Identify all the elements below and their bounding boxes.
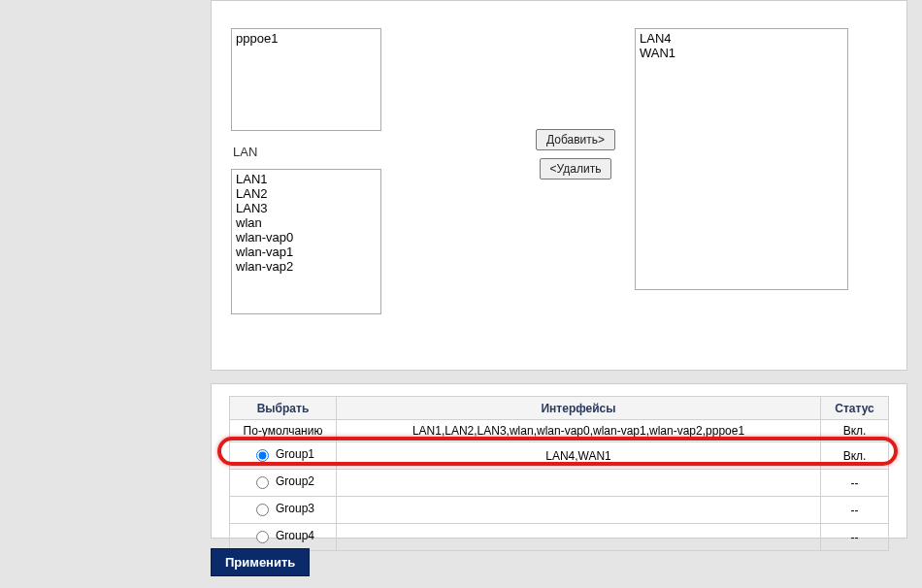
- group-name: Group2: [276, 474, 314, 488]
- group-radio[interactable]: [256, 504, 269, 516]
- list-item[interactable]: LAN3: [234, 201, 379, 215]
- list-item[interactable]: wlan-vap0: [234, 230, 379, 245]
- table-row: Group1LAN4,WAN1Вкл.: [230, 442, 889, 470]
- group-radio[interactable]: [256, 449, 269, 462]
- group-status: Вкл.: [821, 420, 889, 442]
- group-name: Group4: [276, 529, 314, 542]
- interface-grouping-panel: pppoe1 LAN LAN1LAN2LAN3wlanwlan-vap0wlan…: [211, 0, 907, 371]
- middle-column: Добавить> <Удалить: [503, 1, 648, 187]
- list-item[interactable]: WAN1: [638, 46, 845, 60]
- group-radio-label[interactable]: Group3: [251, 501, 314, 516]
- group-name: Group3: [276, 502, 314, 515]
- add-button[interactable]: Добавить>: [536, 129, 615, 150]
- col-select: Выбрать: [230, 397, 337, 420]
- group-radio-label[interactable]: Group1: [251, 446, 314, 462]
- lan-listbox[interactable]: LAN1LAN2LAN3wlanwlan-vap0wlan-vap1wlan-v…: [231, 169, 381, 314]
- col-status: Статус: [821, 397, 889, 420]
- left-column: pppoe1 LAN LAN1LAN2LAN3wlanwlan-vap0wlan…: [231, 28, 386, 314]
- list-item[interactable]: pppoe1: [234, 31, 379, 46]
- group-radio-label[interactable]: Group2: [251, 474, 314, 489]
- list-item[interactable]: wlan-vap1: [234, 245, 379, 259]
- group-status: Вкл.: [821, 442, 889, 470]
- list-item[interactable]: LAN1: [234, 172, 379, 186]
- table-row: Group2--: [230, 470, 889, 497]
- group-interfaces: [337, 470, 821, 497]
- lan-section-label: LAN: [233, 145, 386, 159]
- group-radio[interactable]: [256, 531, 269, 543]
- remove-button[interactable]: <Удалить: [540, 158, 612, 180]
- group-name: Group1: [276, 447, 314, 461]
- list-item[interactable]: LAN2: [234, 186, 379, 201]
- group-radio[interactable]: [256, 476, 269, 489]
- list-item[interactable]: wlan: [234, 215, 379, 230]
- group-radio-label[interactable]: Group4: [251, 528, 314, 543]
- groups-table: Выбрать Интерфейсы Статус По-умолчаниюLA…: [229, 396, 889, 551]
- group-interfaces: [337, 524, 821, 551]
- group-name: По-умолчанию: [230, 420, 337, 442]
- pppoe-listbox[interactable]: pppoe1: [231, 28, 381, 131]
- col-interfaces: Интерфейсы: [337, 397, 821, 420]
- apply-button[interactable]: Применить: [211, 548, 310, 576]
- group-interfaces: LAN1,LAN2,LAN3,wlan,wlan-vap0,wlan-vap1,…: [337, 420, 821, 442]
- group-status: --: [821, 497, 889, 524]
- table-row: Group4--: [230, 524, 889, 551]
- group-interfaces: LAN4,WAN1: [337, 442, 821, 470]
- list-item[interactable]: wlan-vap2: [234, 259, 379, 274]
- table-row: Group3--: [230, 497, 889, 524]
- groups-panel: Выбрать Интерфейсы Статус По-умолчаниюLA…: [211, 383, 907, 539]
- table-row: По-умолчаниюLAN1,LAN2,LAN3,wlan,wlan-vap…: [230, 420, 889, 442]
- group-status: --: [821, 524, 889, 551]
- group-status: --: [821, 470, 889, 497]
- right-column: LAN4WAN1: [635, 28, 848, 290]
- list-item[interactable]: LAN4: [638, 31, 845, 46]
- group-interfaces: [337, 497, 821, 524]
- selected-listbox[interactable]: LAN4WAN1: [635, 28, 848, 290]
